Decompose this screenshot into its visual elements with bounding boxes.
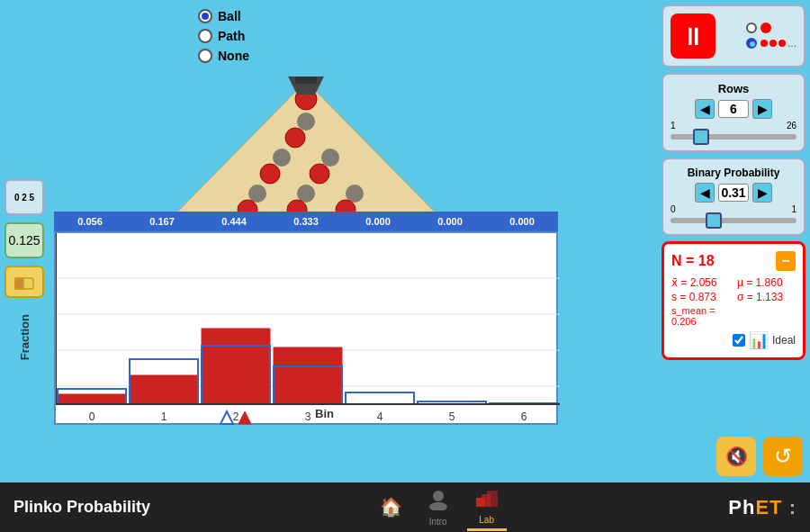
svg-rect-70 <box>15 278 23 289</box>
svg-marker-68 <box>238 411 251 424</box>
bin-fractions-row: 0.056 0.167 0.444 0.333 0.000 0.000 0.00… <box>54 212 558 231</box>
svg-point-25 <box>310 164 329 184</box>
bottom-bar: Plinko Probability 🏠 Intro Lab <box>0 482 810 532</box>
n-value: N = 18 <box>671 253 715 269</box>
histogram: 0 1 2 3 4 5 6 <box>54 231 558 425</box>
smean-value: s_mean = 0.206 <box>671 305 730 327</box>
radio-path-circle[interactable] <box>198 29 212 43</box>
mu-value: μ = 1.860 <box>737 276 796 289</box>
sigma-value: σ = 1.133 <box>737 291 796 303</box>
s-value: s = 0.873 <box>671 291 730 303</box>
xbar-value: x̄ = 2.056 <box>671 276 730 289</box>
ball-type-options: ... <box>746 23 796 50</box>
binary-prob-label: Binary Probability <box>670 167 796 179</box>
clear-stats-button[interactable]: − <box>776 251 796 271</box>
rows-min: 1 <box>670 121 676 131</box>
multi-ball-icons: ... <box>760 37 796 50</box>
rows-decrease-button[interactable]: ◀ <box>695 99 715 119</box>
stats-box: N = 18 − x̄ = 2.056 μ = 1.860 s = 0.873 … <box>662 241 806 360</box>
bin-frac-0: 0.056 <box>54 212 126 231</box>
nav-intro[interactable]: Intro <box>418 485 458 530</box>
nav-home[interactable]: 🏠 <box>373 492 410 523</box>
lab-icon <box>474 487 500 513</box>
radio-ball-label: Ball <box>218 9 241 23</box>
rows-value: 6 <box>718 100 749 118</box>
bin-frac-5: 0.000 <box>414 212 486 231</box>
radio-path-label: Path <box>218 29 245 43</box>
svg-point-24 <box>260 164 280 184</box>
bin-frac-2: 0.444 <box>198 212 270 231</box>
phet-logo: PhET : <box>728 496 796 519</box>
svg-text:1: 1 <box>161 410 167 423</box>
counter-display: 0 2 5 <box>4 179 44 215</box>
radio-path[interactable]: Path <box>198 29 249 43</box>
radio-ball-circle[interactable] <box>198 9 212 23</box>
phet-accent: ET <box>755 496 782 518</box>
svg-point-71 <box>433 491 444 501</box>
radio-none-label: None <box>218 49 249 63</box>
radio-ball[interactable]: Ball <box>198 9 249 23</box>
binary-prob-increase-button[interactable]: ▶ <box>752 183 772 203</box>
svg-rect-48 <box>130 375 198 404</box>
svg-point-72 <box>429 502 447 510</box>
bin-frac-4: 0.000 <box>342 212 414 231</box>
ideal-checkbox[interactable] <box>733 334 745 347</box>
binary-prob-stepper: ◀ 0.31 ▶ <box>670 183 796 203</box>
ideal-label: Ideal <box>772 334 796 347</box>
bottom-nav: 🏠 Intro Lab <box>373 483 507 531</box>
svg-text:2: 2 <box>233 410 239 423</box>
stats-header: N = 18 − <box>671 251 796 271</box>
binary-prob-max: 1 <box>791 204 796 214</box>
home-icon: 🏠 <box>380 496 402 518</box>
rows-stepper: ◀ 6 ▶ <box>670 99 796 119</box>
svg-point-2 <box>273 149 291 167</box>
svg-point-3 <box>321 149 339 167</box>
svg-text:5: 5 <box>449 410 455 423</box>
svg-rect-41 <box>295 77 317 84</box>
rows-increase-button[interactable]: ▶ <box>752 99 772 119</box>
intro-label: Intro <box>429 517 447 527</box>
single-ball-option[interactable] <box>746 23 796 33</box>
multi-ball-option[interactable]: ... <box>746 37 796 50</box>
binary-prob-min: 0 <box>670 204 676 214</box>
radio-none[interactable]: None <box>198 49 249 63</box>
rows-slider-track[interactable] <box>670 134 796 140</box>
right-panel: ... Rows ◀ 6 ▶ 1 26 Binary Probability ◀… <box>662 5 806 478</box>
svg-text:3: 3 <box>305 410 311 423</box>
bottom-right-buttons: 🔇 ↺ <box>716 437 803 476</box>
svg-rect-47 <box>58 394 126 404</box>
nav-lab[interactable]: Lab <box>467 483 507 531</box>
rows-control: Rows ◀ 6 ▶ 1 26 <box>662 73 806 152</box>
radio-none-circle[interactable] <box>198 49 212 63</box>
ideal-chart-icon: 📊 <box>749 330 769 350</box>
binary-prob-slider-track[interactable] <box>670 218 796 223</box>
binary-prob-range: 0 1 <box>670 204 796 214</box>
reset-button[interactable]: ↺ <box>763 437 803 476</box>
svg-rect-75 <box>487 491 498 507</box>
binary-prob-decrease-button[interactable]: ◀ <box>695 183 715 203</box>
pause-button[interactable] <box>670 14 716 59</box>
pause-box: ... <box>662 5 806 68</box>
app-title: Plinko Probability <box>14 498 150 517</box>
lab-label: Lab <box>479 515 494 525</box>
erase-button[interactable] <box>4 266 44 298</box>
svg-marker-67 <box>220 411 233 424</box>
mute-button[interactable]: 🔇 <box>716 437 756 476</box>
svg-text:0: 0 <box>89 410 95 423</box>
single-ball-icon <box>760 23 771 33</box>
y-axis-label: Fraction <box>18 314 32 360</box>
svg-point-23 <box>285 128 305 148</box>
binary-prob-control: Binary Probability ◀ 0.31 ▶ 0 1 <box>662 158 806 236</box>
svg-rect-49 <box>202 329 270 404</box>
binary-prob-value: 0.31 <box>718 184 749 202</box>
rows-slider-thumb[interactable] <box>693 129 709 145</box>
bin-frac-1: 0.167 <box>126 212 198 231</box>
stats-grid: x̄ = 2.056 μ = 1.860 s = 0.873 σ = 1.133… <box>671 276 796 327</box>
svg-rect-50 <box>274 347 342 404</box>
svg-point-4 <box>248 185 266 203</box>
bin-frac-3: 0.333 <box>270 212 342 231</box>
rows-max: 26 <box>787 121 796 131</box>
svg-text:6: 6 <box>521 410 527 423</box>
rows-range: 1 26 <box>670 121 796 131</box>
binary-prob-slider-thumb[interactable] <box>706 212 722 229</box>
